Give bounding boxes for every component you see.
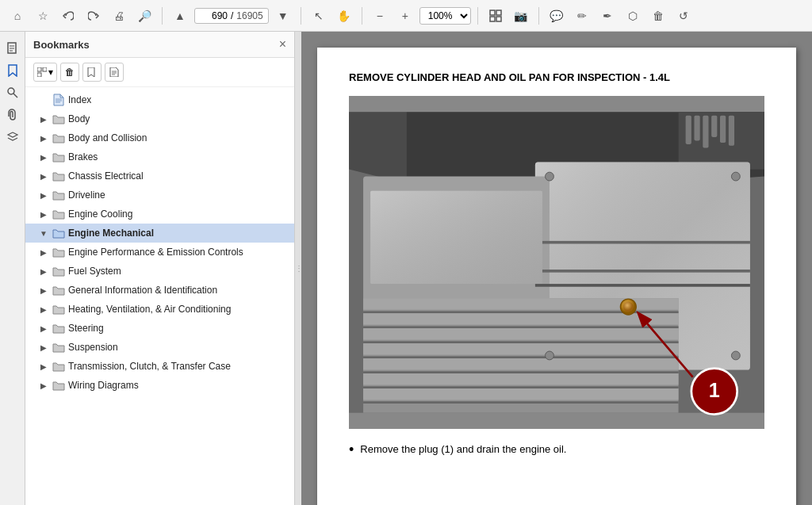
bookmark-item-body[interactable]: ▶ Body: [25, 109, 294, 128]
add-bookmark-button[interactable]: [82, 63, 102, 82]
expand-icon-suspension: ▶: [38, 342, 49, 353]
highlight-button[interactable]: ✏: [571, 5, 593, 27]
bookmark-label-fuel: Fuel System: [68, 266, 121, 277]
attachments-icon-button[interactable]: [2, 105, 23, 125]
bookmarks-sidebar: Bookmarks × ▾ 🗑 Index: [25, 32, 295, 505]
expand-icon-transmission: ▶: [38, 361, 49, 372]
bookmark-item-fuel-system[interactable]: ▶ Fuel System: [25, 262, 294, 281]
expand-icon-wiring: ▶: [38, 380, 49, 391]
svg-point-57: [623, 302, 634, 312]
next-page-button[interactable]: ▼: [272, 5, 294, 27]
bookmark-item-index[interactable]: Index: [25, 90, 294, 109]
bookmark-label-wiring: Wiring Diagrams: [68, 380, 139, 391]
search-icon-button[interactable]: [2, 82, 23, 103]
bookmark-item-hvac[interactable]: ▶ Heating, Ventilation, & Air Conditioni…: [25, 300, 294, 319]
zoom-select[interactable]: 100% 75% 150%: [419, 7, 471, 25]
bookmark-label-driveline: Driveline: [68, 189, 105, 201]
delete-annotation-button[interactable]: 🗑: [647, 5, 669, 27]
svg-point-53: [731, 351, 740, 360]
expand-icon-body-collision: ▶: [38, 132, 49, 143]
folder-icon-body-collision: [52, 132, 65, 144]
bookmark-label-brakes: Brakes: [68, 151, 98, 163]
bookmark-item-steering[interactable]: ▶ Steering: [25, 319, 294, 338]
bullet-item: • Remove the plug (1) and drain the engi…: [349, 442, 764, 459]
pages-icon-button[interactable]: [2, 38, 23, 59]
home-button[interactable]: ⌂: [6, 5, 29, 27]
bookmark-item-engine-performance[interactable]: ▶ Engine Performance & Emission Controls: [25, 243, 294, 262]
resize-handle[interactable]: ⋮: [295, 32, 301, 505]
nav-forward-button[interactable]: [82, 5, 105, 27]
svg-rect-38: [363, 341, 679, 343]
bookmark-label-body-collision: Body and Collision: [68, 132, 147, 143]
prev-page-button[interactable]: ▲: [169, 5, 191, 27]
properties-bookmark-button[interactable]: [105, 63, 124, 82]
bookmark-item-general-info[interactable]: ▶ General Information & Identification: [25, 281, 294, 300]
sidebar-toolbar: ▾ 🗑: [25, 58, 294, 87]
svg-rect-2: [490, 17, 495, 21]
nav-back-button[interactable]: [57, 5, 79, 27]
undo-button[interactable]: ↺: [672, 5, 695, 27]
pdf-area[interactable]: REMOVE CYLINDER HEAD AND OIL PAN FOR INS…: [301, 32, 812, 505]
zoom-out-small-button[interactable]: 🔎: [133, 5, 155, 27]
svg-line-9: [13, 94, 17, 98]
zoom-out-button[interactable]: −: [369, 5, 391, 27]
stamp-button[interactable]: ⬡: [622, 5, 644, 27]
svg-rect-35: [363, 313, 679, 324]
bookmark-star-button[interactable]: ☆: [32, 5, 54, 27]
folder-icon-general: [52, 284, 65, 296]
page-total: 16905: [236, 10, 262, 21]
select-tool-button[interactable]: ↖: [308, 5, 330, 27]
bookmark-item-suspension[interactable]: ▶ Suspension: [25, 338, 294, 357]
bookmark-item-engine-cooling[interactable]: ▶ Engine Cooling: [25, 205, 294, 224]
bookmark-item-brakes[interactable]: ▶ Brakes: [25, 147, 294, 166]
svg-rect-25: [703, 116, 708, 148]
pdf-section-title: REMOVE CYLINDER HEAD AND OIL PAN FOR INS…: [349, 71, 764, 83]
folder-icon-brakes: [52, 151, 65, 163]
svg-rect-47: [535, 241, 750, 244]
fit-page-button[interactable]: [485, 5, 507, 27]
doc-icon-index: [52, 94, 65, 106]
bookmark-item-chassis-electrical[interactable]: ▶ Chassis Electrical: [25, 166, 294, 186]
folder-icon-fuel: [52, 265, 65, 277]
sidebar-content: Index ▶ Body ▶ Body and Collision ▶: [25, 87, 294, 505]
zoom-in-button[interactable]: +: [394, 5, 416, 27]
page-number-input[interactable]: [200, 10, 228, 21]
svg-rect-10: [37, 67, 41, 71]
bookmark-item-transmission[interactable]: ▶ Transmission, Clutch, & Transfer Case: [25, 357, 294, 376]
expand-icon-driveline: ▶: [38, 189, 49, 201]
svg-point-50: [546, 172, 554, 181]
svg-rect-26: [711, 116, 717, 137]
folder-icon-driveline: [52, 189, 65, 201]
svg-rect-1: [496, 10, 501, 15]
expand-collapse-button[interactable]: ▾: [33, 63, 57, 82]
expand-icon-steering: ▶: [38, 323, 49, 334]
svg-rect-36: [363, 326, 679, 328]
layers-icon-button[interactable]: [2, 127, 23, 147]
svg-text:1: 1: [709, 379, 720, 401]
svg-rect-41: [363, 358, 679, 369]
expand-icon-body: ▶: [38, 113, 49, 124]
bookmarks-icon-button[interactable]: [2, 60, 23, 81]
svg-rect-48: [535, 270, 750, 273]
bookmark-item-engine-mechanical[interactable]: ▼ Engine Mechanical: [25, 224, 294, 243]
svg-rect-24: [694, 116, 699, 141]
expand-icon-brakes: ▶: [38, 151, 49, 163]
comment-button[interactable]: 💬: [546, 5, 568, 27]
snapshot-button[interactable]: 📷: [510, 5, 532, 27]
svg-rect-46: [363, 401, 679, 404]
bookmark-label-engine-mechanical: Engine Mechanical: [68, 228, 154, 239]
folder-icon-wiring: [52, 379, 65, 392]
expand-icon-hvac: ▶: [38, 304, 49, 315]
bookmark-item-driveline[interactable]: ▶ Driveline: [25, 186, 294, 205]
print-button[interactable]: 🖨: [108, 5, 130, 27]
bullet-text: Remove the plug (1) and drain the engine…: [360, 442, 566, 457]
hand-tool-button[interactable]: ✋: [333, 5, 355, 27]
icon-bar: [0, 32, 25, 505]
expand-icon-index: [38, 94, 49, 105]
expand-icon-general: ▶: [38, 285, 49, 296]
bookmark-item-wiring[interactable]: ▶ Wiring Diagrams: [25, 376, 294, 395]
draw-button[interactable]: ✒: [596, 5, 619, 27]
bookmark-item-body-collision[interactable]: ▶ Body and Collision: [25, 128, 294, 147]
sidebar-close-button[interactable]: ×: [279, 38, 286, 51]
delete-bookmark-button[interactable]: 🗑: [60, 63, 79, 82]
